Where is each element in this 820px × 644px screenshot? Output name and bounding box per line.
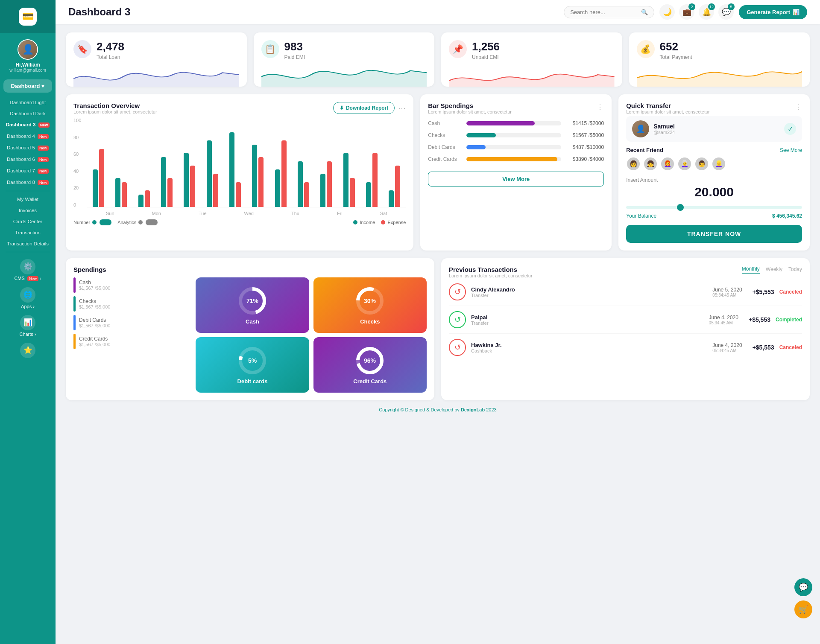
divider <box>6 252 50 252</box>
tab-weekly[interactable]: Weekly <box>766 266 782 273</box>
charts-icon: 📊 <box>20 315 35 330</box>
bar-group-13 <box>383 166 406 207</box>
sidebar-item-dashboard6[interactable]: Dashboard 6 New <box>0 154 56 165</box>
donut-grid: 71% Cash 30% Checks <box>196 277 427 393</box>
chevron-icon: ▾ <box>41 83 44 89</box>
transaction-overview-card: Transaction Overview Lorem ipsum dolor s… <box>66 94 413 251</box>
main-content: Dashboard 3 🔍 🌙 💼 2 🔔 12 💬 5 Generate R <box>56 0 820 644</box>
tab-monthly[interactable]: Monthly <box>742 266 760 274</box>
donut-card-credit: 96% Credit Cards <box>313 337 427 393</box>
friend-avatar-4[interactable]: 👩‍🦳 <box>677 157 692 171</box>
sidebar-item-cards-center[interactable]: Cards Center <box>0 216 56 227</box>
donut-card-debit: 5% Debit cards <box>196 337 309 393</box>
sidebar-item-apps[interactable]: 🌐 Apps › <box>0 283 56 311</box>
spendings-card: Spendings Cash $1,567 /$5,000 <box>66 258 434 400</box>
sidebar-item-dashboard3[interactable]: Dashboard 3 New <box>0 119 56 131</box>
bar-group-12 <box>360 153 383 207</box>
spendings-bars: Cash $1415 /$2000 Checks $1567 /$5000 De… <box>428 120 604 162</box>
sidebar-item-transaction[interactable]: Transaction <box>0 227 56 238</box>
bar-spendings-title: Bar Spendings <box>428 102 512 109</box>
friend-avatars: 👩 👧 👩‍🦰 👩‍🦳 👨 👱‍♀️ <box>626 157 802 171</box>
tab-today[interactable]: Today <box>788 266 802 273</box>
sidebar-email: william@gmail.com <box>9 68 46 73</box>
stat-card-unpaid-emi: 📌 1,256 Unpaid EMI <box>441 32 622 87</box>
divider <box>6 191 50 191</box>
bell-badge: 12 <box>708 3 715 10</box>
bell-btn[interactable]: 🔔 12 <box>699 4 714 20</box>
dashboard-dropdown-btn[interactable]: Dashboard ▾ <box>3 79 53 93</box>
sidebar-item-star[interactable]: ⭐ <box>0 338 56 361</box>
see-more-link[interactable]: See More <box>780 147 802 153</box>
sidebar-item-dashboard-dark[interactable]: Dashboard Dark <box>0 108 56 119</box>
svg-text:96%: 96% <box>364 357 376 364</box>
qt-avatar: 👤 <box>632 120 649 137</box>
wallet-btn[interactable]: 💼 2 <box>679 4 694 20</box>
download-report-button[interactable]: ⬇ Download Report <box>333 102 395 114</box>
friend-avatar-1[interactable]: 👩 <box>626 157 641 171</box>
qt-overflow-btn[interactable]: ⋮ <box>794 102 802 111</box>
sidebar-item-transaction-details[interactable]: Transaction Details <box>0 238 56 249</box>
tx-date-3: June 4, 2020 05:34:45 AM <box>712 342 742 353</box>
bar-group-2 <box>133 190 155 207</box>
amount-slider[interactable] <box>626 206 802 209</box>
sidebar-item-cms[interactable]: ⚙️ CMS New › <box>0 255 56 283</box>
tx-name-2: Paipal <box>471 314 489 321</box>
chat-btn[interactable]: 💬 5 <box>718 4 734 20</box>
sidebar-item-charts[interactable]: 📊 Charts › <box>0 311 56 338</box>
tx-date-1: June 5, 2020 05:34:45 AM <box>712 287 742 297</box>
sidebar-item-dashboard8[interactable]: Dashboard 8 New <box>0 177 56 188</box>
qt-check-icon: ✓ <box>784 123 796 135</box>
tx-type-2: Transfer <box>471 321 489 326</box>
wallet-badge: 2 <box>688 3 695 10</box>
spend-item-credit: Credit Cards $1,567 /$5,000 <box>73 334 189 349</box>
tx-name-1: Cindy Alexandro <box>471 286 515 293</box>
fab-support-btn[interactable]: 💬 <box>794 578 812 596</box>
chart-icon: 📊 <box>793 9 800 15</box>
generate-report-button[interactable]: Generate Report 📊 <box>739 5 807 19</box>
stat-value-unpaid-emi: 1,256 <box>472 40 500 53</box>
view-more-button[interactable]: View More <box>428 172 604 186</box>
sidebar-item-invoices[interactable]: Invoices <box>0 205 56 216</box>
tx-name-3: Hawkins Jr. <box>471 342 502 348</box>
friend-avatar-2[interactable]: 👧 <box>643 157 658 171</box>
balance-row: Your Balance $ 456,345.62 <box>626 213 802 219</box>
bar-group-8 <box>269 140 292 207</box>
new-badge: New <box>38 134 49 139</box>
sidebar-item-dashboard4[interactable]: Dashboard 4 New <box>0 131 56 142</box>
stat-icon-loan: 🔖 <box>73 40 91 58</box>
sidebar-nav: Dashboard Light Dashboard Dark Dashboard… <box>0 97 56 361</box>
stat-value-total-payment: 652 <box>660 40 692 53</box>
search-input[interactable] <box>570 9 638 15</box>
sidebar-item-my-wallet[interactable]: My Wallet <box>0 194 56 205</box>
bar-spendings-overflow-btn[interactable]: ⋮ <box>596 102 604 111</box>
content-area: 🔖 2,478 Total Loan 📋 <box>56 24 820 429</box>
page-title: Dashboard 3 <box>68 6 559 18</box>
stat-icon-paid-emi: 📋 <box>261 40 279 58</box>
overflow-menu-btn[interactable]: ⋯ <box>398 103 406 113</box>
tx-icon-complete-2: ↺ <box>449 311 466 328</box>
transfer-now-button[interactable]: TRANSFER NOW <box>626 225 802 243</box>
friend-avatar-3[interactable]: 👩‍🦰 <box>660 157 675 171</box>
quick-transfer-card: Quick Transfer Lorem ipsum dolor sit ame… <box>618 94 810 251</box>
bar-group-3 <box>155 157 178 207</box>
sidebar-item-dashboard7[interactable]: Dashboard 7 New <box>0 165 56 177</box>
moon-btn[interactable]: 🌙 <box>659 4 675 20</box>
friend-avatar-5[interactable]: 👨 <box>694 157 709 171</box>
friend-avatar-6[interactable]: 👱‍♀️ <box>712 157 726 171</box>
fab-cart-btn[interactable]: 🛒 <box>794 600 812 618</box>
spend-item-debit: Debit Cards $1,567 /$5,000 <box>73 315 189 330</box>
new-badge: New <box>38 157 49 162</box>
donut-card-cash: 71% Cash <box>196 277 309 333</box>
bar-chart-legend: Number Analytics Income Expense <box>73 219 406 225</box>
qt-user-handle: @sam224 <box>653 130 675 135</box>
sidebar-user: 👤 Hi,William william@gmail.com <box>9 33 46 77</box>
quick-transfer-subtitle: Lorem ipsum dolor sit amet, consectetur <box>626 109 710 114</box>
recent-friend-label: Recent Friend <box>626 147 663 153</box>
logo-icon: 💳 <box>19 8 37 26</box>
bar-spendings-subtitle: Lorem ipsum dolor sit amet, consectetur <box>428 109 512 114</box>
spend-item-checks: Checks $1,567 /$5,000 <box>73 296 189 312</box>
sidebar-item-dashboard-light[interactable]: Dashboard Light <box>0 97 56 108</box>
tx-icon-cancel-3: ↺ <box>449 339 466 356</box>
sidebar-item-dashboard5[interactable]: Dashboard 5 New <box>0 142 56 154</box>
svg-text:71%: 71% <box>246 297 259 304</box>
